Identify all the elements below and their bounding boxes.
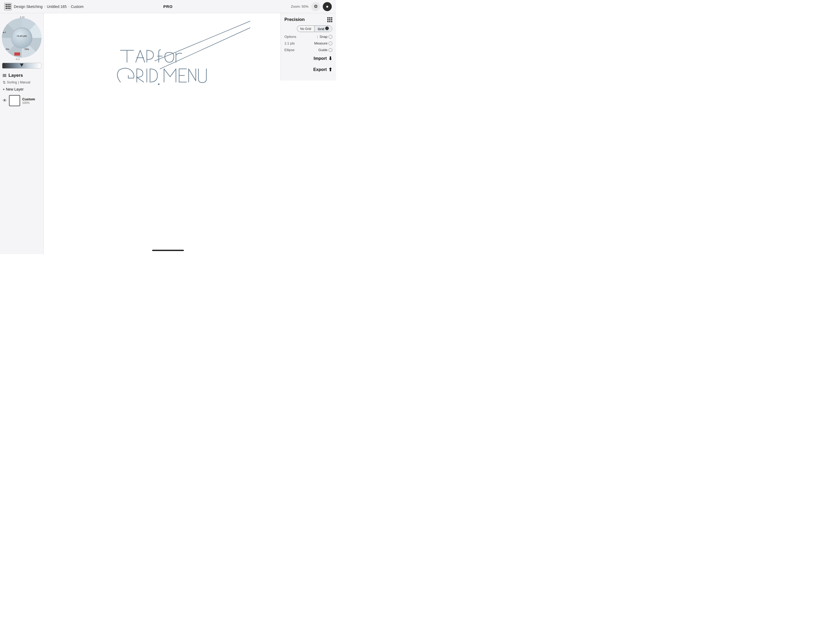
measure-label: Measure	[314, 41, 328, 45]
grid-pill-group[interactable]: No Grid Grid	[297, 25, 332, 32]
svg-line-1	[160, 28, 250, 69]
pro-badge: PRO	[163, 4, 173, 9]
layer-info: Custom 100%	[22, 97, 35, 105]
visibility-icon[interactable]: 👁	[3, 98, 7, 103]
layer-opacity: 100%	[22, 101, 35, 105]
panel-menu-icon[interactable]	[327, 17, 332, 22]
options-label: Options	[284, 35, 296, 39]
svg-point-2	[158, 84, 159, 85]
user-icon: ●	[326, 4, 328, 9]
plus-icon: +	[3, 87, 5, 91]
hamburger-icon[interactable]	[3, 74, 6, 77]
guide-option[interactable]: Guide	[318, 48, 332, 52]
stroke-handle	[20, 63, 24, 68]
layer-item[interactable]: 👁 Custom 100%	[1, 94, 42, 107]
guide-radio	[328, 48, 332, 52]
grid-toggle-row: No Grid Grid	[284, 25, 332, 32]
sorting-value: Manual	[20, 81, 30, 84]
precision-title: Precision	[284, 17, 305, 22]
settings-button[interactable]: ⚙	[311, 2, 320, 11]
import-icon: ⬇	[328, 55, 332, 62]
sorting-sep: |	[18, 81, 19, 84]
topbar-left: Design Sketching › Untitled 185 › Custom	[4, 3, 291, 10]
guide-label: Guide	[318, 48, 328, 52]
app-name: Design Sketching	[14, 5, 43, 9]
wheel-percent-left: 0%	[6, 48, 9, 51]
guide-row: Ellipse Guide	[284, 48, 332, 52]
ellipse-label: Ellipse	[284, 48, 294, 52]
gear-icon: ⚙	[314, 4, 318, 9]
layer-thumbnail	[9, 95, 20, 106]
home-indicator	[152, 250, 184, 251]
snap-label: Snap	[320, 35, 328, 39]
export-icon: ⬆	[328, 67, 332, 73]
svg-line-0	[155, 21, 250, 61]
layer-name: Custom	[22, 97, 35, 101]
import-button[interactable]: Import ⬇	[284, 55, 332, 62]
sort-icon[interactable]: ⇅	[3, 80, 6, 84]
topbar-right: Zoom: 50% ⚙ ●	[291, 2, 332, 11]
grid-button[interactable]: Grid	[314, 26, 332, 32]
options-sep: |	[317, 35, 318, 39]
new-layer-label: New Layer	[6, 87, 24, 91]
no-grid-button[interactable]: No Grid	[297, 26, 314, 32]
tool-wheel: 3.23 ↩ ≡3.23 pts 0% 70% 8'11	[0, 15, 43, 62]
measure-radio	[328, 41, 332, 45]
wheel-left-icon: ↩	[3, 30, 6, 35]
export-label: Export	[313, 67, 327, 72]
breadcrumb-sep-1: ›	[44, 5, 45, 8]
app-menu-button[interactable]	[4, 3, 12, 10]
wheel-pts-label: ≡3.23 pts	[11, 31, 32, 41]
options-snap-row: Options | Snap	[284, 35, 332, 39]
doc-subtitle[interactable]: Custom	[71, 5, 84, 9]
canvas-area[interactable]	[44, 13, 280, 254]
doc-title[interactable]: Untitled 185	[47, 5, 67, 9]
wheel-percent-right: 70%	[24, 48, 29, 51]
breadcrumb: Design Sketching › Untitled 185 › Custom	[14, 5, 84, 9]
measure-option[interactable]: Measure	[314, 41, 332, 45]
breadcrumb-sep-2: ›	[68, 5, 69, 8]
layers-title: Layers	[8, 73, 23, 78]
user-button[interactable]: ●	[323, 2, 332, 11]
measure-row: 1:1 pts Measure	[284, 41, 332, 45]
color-swatch[interactable]	[14, 52, 20, 55]
new-layer-button[interactable]: + New Layer	[0, 86, 26, 94]
left-panel: 3.23 ↩ ≡3.23 pts 0% 70% 8'11 Layers ⇅ So…	[0, 13, 44, 254]
snap-radio	[328, 35, 332, 39]
stroke-bar[interactable]	[2, 63, 41, 68]
import-label: Import	[314, 56, 327, 61]
wheel-bottom-label: 8'11	[16, 58, 20, 60]
wheel-pts-text: ≡3.23 pts	[17, 35, 27, 37]
precision-header: Precision	[284, 17, 332, 22]
wheel-top-label: 3.23	[20, 16, 25, 19]
annotation-svg	[44, 13, 280, 254]
sorting-row: ⇅ Sorting | Manual	[0, 80, 43, 86]
grid-radio	[325, 27, 329, 30]
right-panel: Precision No Grid Grid Options | Snap 1:…	[280, 13, 336, 81]
zoom-label: Zoom: 50%	[291, 5, 308, 8]
snap-option[interactable]: Snap	[320, 35, 332, 39]
export-button[interactable]: Export ⬆	[284, 66, 332, 74]
sorting-label: Sorting	[7, 81, 17, 84]
measure-prefix: 1:1 pts	[284, 41, 295, 45]
grid-label: Grid	[318, 27, 324, 31]
layers-header: Layers	[0, 70, 43, 80]
topbar: Design Sketching › Untitled 185 › Custom…	[0, 0, 336, 13]
